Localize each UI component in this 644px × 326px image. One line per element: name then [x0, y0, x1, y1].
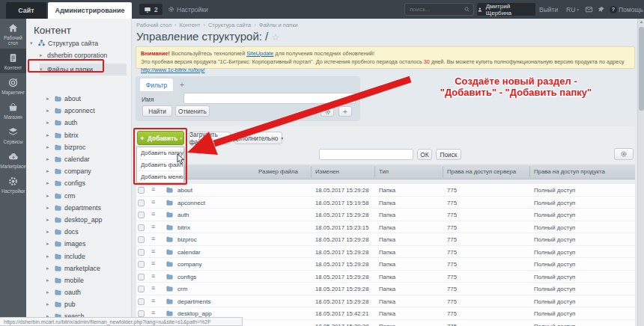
- favorite-star-icon[interactable]: ☆: [271, 32, 279, 43]
- tree-folder-item[interactable]: ▸departments: [26, 202, 132, 214]
- scroll-up-icon[interactable]: ▲: [638, 19, 644, 24]
- breadcrumb-item[interactable]: Файлы и папки: [259, 22, 298, 28]
- breadcrumb-item[interactable]: Структура сайта: [208, 22, 251, 28]
- tree-folder-item[interactable]: ▸configs: [26, 177, 132, 189]
- tree-folder-item[interactable]: ▸bitrix: [26, 129, 132, 141]
- tree-folder-item[interactable]: ▸include: [26, 250, 132, 262]
- tree-item-site-structure[interactable]: ▾ Структура сайта: [30, 39, 98, 47]
- expand-arrow-icon[interactable]: ▸: [46, 205, 52, 211]
- expand-arrow-icon[interactable]: ▸: [46, 156, 52, 162]
- tree-folder-item[interactable]: ▸desktop_app: [26, 214, 132, 226]
- expand-arrow-icon[interactable]: ▸: [40, 52, 45, 58]
- logout-link[interactable]: Выйти: [539, 0, 558, 19]
- folder-link[interactable]: crm: [177, 286, 187, 292]
- table-settings-button[interactable]: [614, 148, 634, 160]
- row-menu-icon[interactable]: ≡: [151, 259, 155, 267]
- expand-arrow-icon[interactable]: ▸: [46, 180, 52, 186]
- vertical-scrollbar[interactable]: ▲: [637, 19, 644, 326]
- expand-arrow-icon[interactable]: ▸: [46, 132, 52, 138]
- collapse-arrow-icon[interactable]: ▾: [40, 67, 45, 73]
- pin-button[interactable]: [598, 0, 605, 19]
- row-checkbox[interactable]: [138, 298, 145, 305]
- row-checkbox[interactable]: [138, 274, 145, 280]
- row-menu-icon[interactable]: ≡: [151, 297, 155, 304]
- language-selector[interactable]: RU▾: [566, 0, 579, 19]
- filter-tab[interactable]: Фильтр: [140, 79, 173, 91]
- row-checkbox[interactable]: [138, 236, 145, 243]
- row-checkbox[interactable]: [138, 224, 145, 231]
- row-menu-icon[interactable]: ≡: [151, 198, 155, 206]
- add-filter-tab-button[interactable]: +: [174, 79, 189, 91]
- sidebar-item-shop[interactable]: Магазин: [0, 98, 26, 123]
- tab-site[interactable]: Сайт: [6, 2, 46, 19]
- filter-name-input[interactable]: [183, 93, 356, 104]
- row-checkbox[interactable]: [138, 200, 145, 206]
- expand-arrow-icon[interactable]: ▸: [46, 265, 52, 271]
- tree-item-files-folders[interactable]: ▾ Файлы и папки: [40, 64, 127, 76]
- expand-arrow-icon[interactable]: ▸: [46, 301, 52, 307]
- folder-link[interactable]: company: [177, 261, 201, 268]
- column-header[interactable]: Тип: [379, 168, 389, 175]
- tree-folder-item[interactable]: ▸calendar: [26, 153, 132, 165]
- tree-folder-item[interactable]: ▸marketplace: [26, 262, 132, 274]
- column-header[interactable]: Размер файла: [258, 168, 298, 175]
- expand-arrow-icon[interactable]: ▸: [46, 120, 52, 126]
- sidebar-item-marketplace[interactable]: Marketplace: [0, 147, 26, 172]
- expand-arrow-icon[interactable]: ▸: [46, 229, 52, 235]
- tree-folder-item[interactable]: ▸pub: [26, 298, 132, 310]
- row-menu-icon[interactable]: ≡: [151, 185, 155, 193]
- row-menu-icon[interactable]: ≡: [151, 210, 155, 218]
- user-menu-button[interactable]: Дмитрий Щербина: [477, 3, 535, 16]
- expand-arrow-icon[interactable]: ▸: [46, 241, 52, 247]
- breadcrumb-item[interactable]: Рабочий стол: [136, 22, 171, 28]
- cancel-button[interactable]: Отменить: [175, 105, 210, 117]
- folder-link[interactable]: desktop_app: [177, 310, 212, 317]
- row-checkbox[interactable]: [138, 261, 145, 268]
- buy-link[interactable]: http://www.1c-bitrix.ru/buy/: [141, 67, 205, 73]
- tree-folder-item[interactable]: ▸auth: [26, 117, 132, 129]
- folder-link[interactable]: auth: [177, 212, 189, 218]
- collapse-arrow-icon[interactable]: ▾: [30, 40, 35, 46]
- scrollbar-thumb[interactable]: [639, 27, 644, 111]
- row-menu-icon[interactable]: ≡: [151, 247, 155, 255]
- breadcrumb-item[interactable]: Контент: [180, 22, 201, 28]
- row-menu-icon[interactable]: ≡: [151, 309, 155, 316]
- table-search-input[interactable]: [319, 149, 413, 160]
- tree-folder-item[interactable]: ▸apconnect: [26, 105, 132, 117]
- tree-folder-item[interactable]: ▸about: [26, 93, 132, 105]
- find-button[interactable]: Найти: [142, 105, 172, 117]
- mail-button[interactable]: [585, 0, 593, 19]
- folder-link[interactable]: configs: [177, 274, 196, 280]
- menu-item-add-menu[interactable]: Добавить меню: [137, 170, 183, 182]
- folder-link[interactable]: apconnect: [177, 200, 205, 206]
- table-search-button[interactable]: Поиск: [436, 149, 461, 160]
- topbar-search[interactable]: [404, 3, 474, 16]
- row-menu-icon[interactable]: ≡: [151, 272, 155, 280]
- column-header[interactable]: Права на доступ продукта: [534, 168, 605, 175]
- filter-add-button[interactable]: +: [338, 106, 352, 117]
- search-input[interactable]: [408, 5, 464, 13]
- row-menu-icon[interactable]: ≡: [151, 223, 155, 230]
- row-menu-icon[interactable]: ≡: [151, 235, 155, 242]
- tree-folder-item[interactable]: ▸mobile: [26, 274, 132, 286]
- expand-arrow-icon[interactable]: ▸: [46, 108, 52, 114]
- ok-button[interactable]: ОК: [417, 149, 432, 160]
- sidebar-item-services[interactable]: Сервисы: [0, 123, 26, 147]
- folder-link[interactable]: bitrix: [177, 224, 190, 231]
- sidebar-item-settings[interactable]: Настройки: [0, 172, 26, 197]
- expand-arrow-icon[interactable]: ▸: [46, 277, 52, 283]
- expand-arrow-icon[interactable]: ▸: [46, 193, 52, 199]
- expand-arrow-icon[interactable]: ▸: [46, 253, 52, 259]
- topbar-settings-button[interactable]: Настройки: [168, 4, 208, 15]
- column-header[interactable]: Изменен: [315, 168, 339, 175]
- row-checkbox[interactable]: [138, 286, 145, 292]
- tree-folder-item[interactable]: ▸oauth: [26, 286, 132, 298]
- row-menu-icon[interactable]: ≡: [151, 284, 155, 292]
- folder-link[interactable]: bizproc: [177, 236, 197, 243]
- tree-folder-item[interactable]: ▸images: [26, 238, 132, 250]
- sidebar-item-marketing[interactable]: Маркетинг: [0, 73, 26, 98]
- expand-arrow-icon[interactable]: ▸: [46, 217, 52, 223]
- tab-administration[interactable]: Администрирование: [48, 2, 132, 19]
- row-checkbox[interactable]: [138, 187, 145, 194]
- notifications-badge[interactable]: 2: [139, 4, 162, 15]
